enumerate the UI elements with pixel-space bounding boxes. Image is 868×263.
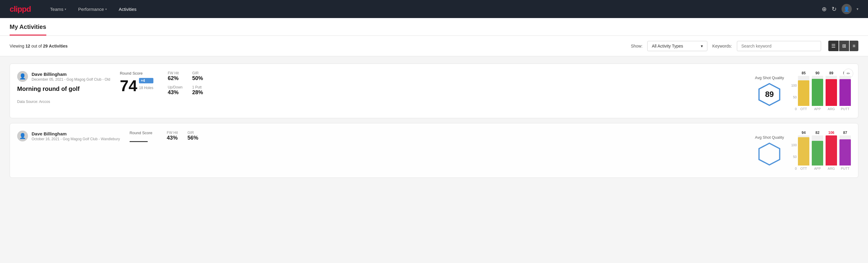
gir-label: GIR [192,71,203,75]
avatar-icon: 👤 [844,6,850,12]
hexagon: 89 [757,83,781,107]
arg-bar-fill [826,79,837,106]
gir-2: GIR 56% [187,130,198,141]
refresh-icon[interactable]: ↻ [832,5,837,12]
add-icon[interactable]: ⊕ [822,5,827,12]
putt-bar-fill-2 [839,139,851,166]
bar-arg: 89 ARG [826,71,837,111]
round-score-group-2: Round Score [130,130,153,142]
activity-type-dropdown[interactable]: All Activity Types ▾ [647,41,707,51]
app-label-2: APP [814,167,821,170]
avatar[interactable]: 👤 [841,4,852,14]
view-toggle: ☰ ⊞ ≡ [828,40,858,51]
fw-hit: FW Hit 62% [168,71,183,82]
arg-value-2: 106 [828,130,834,135]
quality-group-2: Avg Shot Quality [755,135,784,166]
up-down: Up/Down 43% [168,85,183,96]
user-avatar-icon: 👤 [19,73,26,80]
user-row-2: 👤 Dave Billingham October 16, 2021 - Gog… [17,130,120,141]
user-avatar-icon-2: 👤 [19,133,26,139]
arg-bar-container-2 [826,136,837,166]
one-putt: 1 Putt 28% [192,85,203,96]
up-down-val: 43% [168,89,183,96]
card-left-2: 👤 Dave Billingham October 16, 2021 - Gog… [17,130,120,170]
score-placeholder [130,141,148,142]
fw-hit-label: FW Hit [168,71,183,75]
score-holes: 18 Holes [139,86,153,90]
nav-right: ⊕ ↻ 👤 ▾ [822,4,858,14]
ott-value: 85 [802,71,805,75]
avg-shot-label-2: Avg Shot Quality [755,135,784,140]
subheader: My Activities [0,18,868,36]
stat-col-right-2: GIR 56% [187,130,198,145]
y-axis-100-2: 100 [791,143,797,147]
hexagon-2 [757,142,781,166]
hex-value: 89 [765,90,774,99]
stat-col-left-2: FW Hit 43% [167,130,178,145]
viewing-suffix: Activities [49,43,68,49]
quality-section-2: Avg Shot Quality 100 50 0 [755,130,851,170]
avatar-chevron-icon[interactable]: ▾ [857,7,858,11]
activity-title: Morning round of golf [17,85,110,92]
putt-value-2: 87 [843,130,847,135]
one-putt-val: 28% [192,89,203,96]
user-row: 👤 Dave Billingham December 05, 2021 - Go… [17,71,110,82]
bar-app: 90 APP [812,71,823,111]
arg-bar-fill-2 [826,136,837,166]
round-score-group: Round Score 74 +4 18 Holes [120,71,153,94]
nav-performance[interactable]: Performance ▾ [73,4,112,14]
view-list-button[interactable]: ≡ [850,40,858,51]
putt-label: PUTT [841,107,850,111]
user-info-2: Dave Billingham October 16, 2021 - Gog M… [32,131,120,141]
ott-value-2: 94 [802,130,805,135]
logo[interactable]: clippd [10,4,31,14]
bar-putt-2: 87 PUTT [839,130,851,170]
activities-list: ✏ 👤 Dave Billingham December 05, 2021 - … [0,56,868,190]
y-axis-50-2: 50 [793,155,797,158]
keywords-label: Keywords: [712,43,732,49]
navbar: clippd Teams ▾ Performance ▾ Activities … [0,0,868,18]
bar-arg-2: 106 ARG [826,130,837,170]
bar-chart-wrap-2: 100 50 0 94 OTT 82 [791,130,851,170]
nav-items: Teams ▾ Performance ▾ Activities [45,4,822,14]
activity-card-2: 👤 Dave Billingham October 16, 2021 - Gog… [10,123,858,178]
user-date: December 05, 2021 - Gog Magog Golf Club … [32,77,110,82]
nav-teams[interactable]: Teams ▾ [45,4,71,14]
user-date-2: October 16, 2021 - Gog Magog Golf Club -… [32,137,120,141]
view-grid-button[interactable]: ⊞ [839,40,849,51]
hexagon-wrap-2 [755,142,784,166]
user-info: Dave Billingham December 05, 2021 - Gog … [32,71,110,82]
app-value-2: 82 [815,130,819,135]
putt-bar-container [839,76,851,106]
gir-label-2: GIR [187,130,198,135]
performance-chevron-icon: ▾ [105,7,107,11]
round-score-label-2: Round Score [130,130,153,135]
view-list-dense-button[interactable]: ☰ [828,40,839,51]
avatar: 👤 [17,71,28,82]
stat-col-right: GIR 50% 1 Putt 28% [192,71,203,99]
app-bar-fill [812,79,823,106]
putt-bar-container-2 [839,136,851,166]
filter-bar: Viewing 12 out of 29 Activities Show: Al… [0,36,868,56]
y-axis-50: 50 [793,95,797,99]
y-axis-2: 100 50 0 [791,140,797,170]
score-value: 74 [120,78,137,94]
bar-app-2: 82 APP [812,130,823,170]
y-axis-100: 100 [791,84,797,87]
y-axis-0-2: 0 [795,167,797,170]
ott-bar-container [798,76,809,106]
bar-putt: 89 PUTT [839,71,851,111]
ott-label: OTT [800,107,807,111]
quality-section: Avg Shot Quality 89 100 50 0 [755,71,851,111]
bar-ott: 85 OTT [798,71,809,111]
app-bar-fill-2 [812,141,823,166]
search-input[interactable] [737,41,821,51]
ott-bar-container-2 [798,136,809,166]
bar-chart-wrap: 100 50 0 85 OTT [791,71,851,111]
viewing-text: Viewing 12 out of 29 Activities [10,43,626,49]
nav-activities[interactable]: Activities [114,4,142,14]
app-bar-container-2 [812,136,823,166]
card-left: 👤 Dave Billingham December 05, 2021 - Go… [17,71,110,111]
one-putt-label: 1 Putt [192,85,203,89]
arg-value: 89 [829,71,833,75]
